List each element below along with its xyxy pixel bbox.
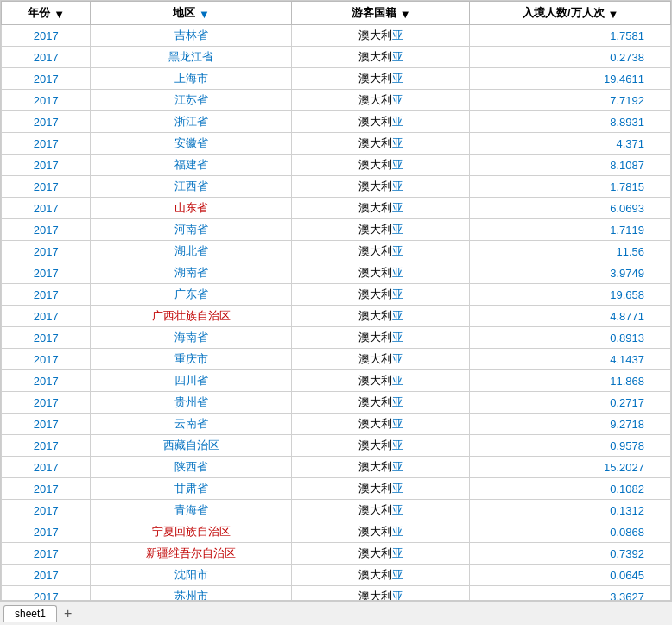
cell-region: 黑龙江省 xyxy=(91,47,292,68)
cell-count: 0.2738 xyxy=(470,47,671,68)
col-header-year[interactable]: 年份 ▼ xyxy=(2,2,91,25)
table-row: 2017贵州省澳大利亚0.2717 xyxy=(2,392,671,414)
cell-nationality: 澳大利亚 xyxy=(291,500,470,521)
cell-region: 贵州省 xyxy=(91,392,292,414)
cell-region: 广西壮族自治区 xyxy=(91,306,292,327)
table-row: 2017上海市澳大利亚19.4611 xyxy=(2,68,671,90)
cell-count: 9.2718 xyxy=(470,414,671,435)
table-row: 2017甘肃省澳大利亚0.1082 xyxy=(2,478,671,500)
cell-year: 2017 xyxy=(2,349,91,370)
cell-count: 11.56 xyxy=(470,241,671,262)
cell-nationality: 澳大利亚 xyxy=(291,457,470,478)
nationality-filter-icon[interactable]: ▼ xyxy=(400,8,410,18)
cell-count: 0.9578 xyxy=(470,435,671,457)
cell-nationality: 澳大利亚 xyxy=(291,25,470,47)
cell-year: 2017 xyxy=(2,68,91,90)
cell-nationality: 澳大利亚 xyxy=(291,262,470,284)
cell-nationality: 澳大利亚 xyxy=(291,521,470,543)
cell-nationality: 澳大利亚 xyxy=(291,478,470,500)
table-row: 2017福建省澳大利亚8.1087 xyxy=(2,155,671,176)
cell-year: 2017 xyxy=(2,500,91,521)
cell-year: 2017 xyxy=(2,241,91,262)
cell-year: 2017 xyxy=(2,306,91,327)
col-header-count[interactable]: 入境人数/万人次 ▼ xyxy=(470,2,671,25)
cell-nationality: 澳大利亚 xyxy=(291,68,470,90)
year-filter-icon[interactable]: ▼ xyxy=(54,8,64,18)
cell-nationality: 澳大利亚 xyxy=(291,392,470,414)
cell-year: 2017 xyxy=(2,565,91,586)
table-row: 2017湖北省澳大利亚11.56 xyxy=(2,241,671,262)
table-row: 2017云南省澳大利亚9.2718 xyxy=(2,414,671,435)
cell-count: 8.8931 xyxy=(470,111,671,133)
cell-count: 6.0693 xyxy=(470,198,671,219)
cell-year: 2017 xyxy=(2,198,91,219)
col-header-region[interactable]: 地区 ▼ xyxy=(91,2,292,25)
cell-region: 甘肃省 xyxy=(91,478,292,500)
cell-region: 陕西省 xyxy=(91,457,292,478)
cell-count: 11.868 xyxy=(470,370,671,392)
cell-count: 8.1087 xyxy=(470,155,671,176)
cell-nationality: 澳大利亚 xyxy=(291,176,470,198)
cell-nationality: 澳大利亚 xyxy=(291,435,470,457)
cell-nationality: 澳大利亚 xyxy=(291,219,470,241)
cell-nationality: 澳大利亚 xyxy=(291,90,470,111)
cell-count: 0.2717 xyxy=(470,392,671,414)
cell-count: 1.7581 xyxy=(470,25,671,47)
table-row: 2017海南省澳大利亚0.8913 xyxy=(2,327,671,349)
table-row: 2017山东省澳大利亚6.0693 xyxy=(2,198,671,219)
count-filter-icon[interactable]: ▼ xyxy=(608,8,618,18)
spreadsheet: 年份 ▼ 地区 ▼ 游客国籍 ▼ xyxy=(0,0,672,625)
header-row: 年份 ▼ 地区 ▼ 游客国籍 ▼ xyxy=(2,2,671,25)
table-row: 2017广东省澳大利亚19.658 xyxy=(2,284,671,306)
cell-year: 2017 xyxy=(2,414,91,435)
cell-year: 2017 xyxy=(2,90,91,111)
cell-region: 安徽省 xyxy=(91,133,292,155)
cell-count: 19.4611 xyxy=(470,68,671,90)
col-header-nationality[interactable]: 游客国籍 ▼ xyxy=(291,2,470,25)
cell-count: 0.8913 xyxy=(470,327,671,349)
cell-region: 沈阳市 xyxy=(91,565,292,586)
nationality-header-label: 游客国籍 xyxy=(352,5,396,21)
cell-nationality: 澳大利亚 xyxy=(291,198,470,219)
tab-sheet1[interactable]: sheet1 xyxy=(3,605,57,622)
cell-count: 15.2027 xyxy=(470,457,671,478)
cell-count: 1.7119 xyxy=(470,219,671,241)
cell-year: 2017 xyxy=(2,521,91,543)
table-row: 2017四川省澳大利亚11.868 xyxy=(2,370,671,392)
table-wrapper[interactable]: 年份 ▼ 地区 ▼ 游客国籍 ▼ xyxy=(0,0,672,601)
cell-year: 2017 xyxy=(2,262,91,284)
cell-nationality: 澳大利亚 xyxy=(291,284,470,306)
cell-year: 2017 xyxy=(2,327,91,349)
table-row: 2017陕西省澳大利亚15.2027 xyxy=(2,457,671,478)
table-row: 2017青海省澳大利亚0.1312 xyxy=(2,500,671,521)
data-table: 年份 ▼ 地区 ▼ 游客国籍 ▼ xyxy=(1,1,671,601)
cell-region: 青海省 xyxy=(91,500,292,521)
cell-year: 2017 xyxy=(2,586,91,602)
table-row: 2017吉林省澳大利亚1.7581 xyxy=(2,25,671,47)
cell-count: 0.1312 xyxy=(470,500,671,521)
cell-count: 0.7392 xyxy=(470,543,671,565)
cell-region: 河南省 xyxy=(91,219,292,241)
cell-count: 3.3627 xyxy=(470,586,671,602)
cell-year: 2017 xyxy=(2,370,91,392)
cell-year: 2017 xyxy=(2,176,91,198)
cell-count: 4.8771 xyxy=(470,306,671,327)
cell-nationality: 澳大利亚 xyxy=(291,47,470,68)
cell-region: 新疆维吾尔自治区 xyxy=(91,543,292,565)
table-row: 2017苏州市澳大利亚3.3627 xyxy=(2,586,671,602)
tab-bar: sheet1 + xyxy=(0,601,672,625)
cell-year: 2017 xyxy=(2,111,91,133)
cell-region: 四川省 xyxy=(91,370,292,392)
cell-year: 2017 xyxy=(2,47,91,68)
add-tab-button[interactable]: + xyxy=(59,606,77,622)
cell-nationality: 澳大利亚 xyxy=(291,241,470,262)
table-row: 2017浙江省澳大利亚8.8931 xyxy=(2,111,671,133)
region-filter-icon[interactable]: ▼ xyxy=(199,8,209,18)
cell-year: 2017 xyxy=(2,435,91,457)
cell-region: 福建省 xyxy=(91,155,292,176)
cell-region: 湖北省 xyxy=(91,241,292,262)
table-row: 2017西藏自治区澳大利亚0.9578 xyxy=(2,435,671,457)
table-row: 2017黑龙江省澳大利亚0.2738 xyxy=(2,47,671,68)
cell-nationality: 澳大利亚 xyxy=(291,565,470,586)
cell-region: 宁夏回族自治区 xyxy=(91,521,292,543)
